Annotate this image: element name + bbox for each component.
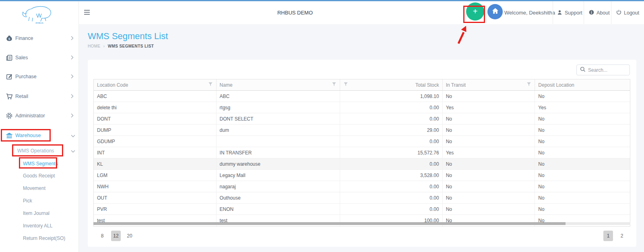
page-number-selected[interactable]: 1 bbox=[603, 231, 613, 241]
table-row[interactable]: LGMLegacy Mall3,528.00NoNo bbox=[94, 170, 630, 181]
table-cell: No bbox=[535, 204, 630, 215]
table-cell: DONT bbox=[94, 113, 217, 124]
sidebar-item-goods-receipt[interactable]: Goods Receipt bbox=[0, 170, 79, 181]
sidebar-item-wms-operations[interactable]: WMS Operations bbox=[0, 145, 79, 156]
table-cell: dum bbox=[217, 125, 341, 135]
about-link[interactable]: About bbox=[588, 1, 610, 24]
sidebar-item-label: Finance bbox=[15, 35, 33, 41]
table-cell: ENON bbox=[217, 204, 341, 215]
table-cell: IN TRANSFER bbox=[217, 147, 341, 158]
chevron-right-icon bbox=[71, 54, 74, 61]
table-cell: No bbox=[535, 91, 630, 102]
sidebar-item-label: Warehouse bbox=[15, 133, 41, 138]
col-header-deposit-location[interactable]: Deposit Location bbox=[535, 79, 630, 90]
table-cell: No bbox=[535, 136, 630, 147]
logout-link[interactable]: Logout bbox=[616, 1, 639, 24]
filter-icon[interactable] bbox=[332, 82, 336, 88]
table-row[interactable]: DONTDONT SELECT0.00NoNo bbox=[94, 113, 630, 125]
sidebar-item-sales[interactable]: Sales bbox=[0, 52, 79, 63]
table-cell: Legacy Mall bbox=[217, 170, 341, 181]
sidebar-item-pick[interactable]: Pick bbox=[0, 195, 79, 206]
sidebar-item-administrator[interactable]: Administrator bbox=[0, 110, 79, 121]
sidebar-item-wms-segments[interactable]: WMS Segments bbox=[0, 158, 79, 169]
page-size-option[interactable]: 8 bbox=[97, 231, 107, 241]
page-number[interactable]: 2 bbox=[617, 231, 627, 241]
page-title: WMS Segments List bbox=[88, 31, 168, 42]
navbar-divider bbox=[553, 1, 553, 24]
search-box[interactable] bbox=[576, 65, 630, 75]
chevron-right-icon bbox=[71, 73, 74, 80]
col-header-location-code[interactable]: Location Code bbox=[94, 79, 217, 90]
table-row[interactable]: INTIN TRANSFER15,572.76YesNo bbox=[94, 147, 630, 158]
app-title: RHBUS DEMO bbox=[271, 1, 319, 24]
search-icon bbox=[580, 67, 586, 74]
segments-table: Location Code Name Total Stock In Transi… bbox=[93, 79, 630, 227]
table-cell: No bbox=[443, 136, 535, 147]
sidebar-item-movement[interactable]: Movement bbox=[0, 183, 79, 194]
scrollbar-thumb[interactable] bbox=[93, 222, 566, 225]
table-row[interactable]: PVRENON0.00NoNo bbox=[94, 204, 630, 215]
table-row[interactable]: NWHnagaraj0.00NoNo bbox=[94, 181, 630, 192]
sidebar-item-label: WMS Operations bbox=[17, 148, 54, 154]
table-row[interactable]: ABCABC1,098.10NoNo bbox=[94, 91, 630, 102]
navbar-divider bbox=[584, 1, 584, 24]
sidebar-item-label: Retail bbox=[15, 94, 28, 99]
table-row[interactable]: DUMPdum29.00NoNo bbox=[94, 125, 630, 136]
sidebar-item-finance[interactable]: $ Finance bbox=[0, 33, 79, 44]
table-row[interactable]: GDUMP0.00NoNo bbox=[94, 136, 630, 147]
table-cell: GDUMP bbox=[94, 136, 217, 147]
breadcrumb-home[interactable]: HOME bbox=[88, 44, 101, 48]
table-cell: No bbox=[535, 181, 630, 192]
page-size-option-selected[interactable]: 12 bbox=[111, 231, 121, 241]
table-cell: No bbox=[443, 192, 535, 203]
sidebar-item-label: Sales bbox=[15, 55, 28, 60]
table-cell: 0.00 bbox=[340, 158, 443, 169]
chevron-right-icon bbox=[71, 93, 74, 100]
sidebar-item-purchase[interactable]: Purchase bbox=[0, 71, 79, 82]
table-header: Location Code Name Total Stock In Transi… bbox=[94, 79, 630, 91]
table-row[interactable]: KLdummy warehouse0.00NoNo bbox=[94, 158, 630, 170]
search-input[interactable] bbox=[588, 67, 624, 73]
support-label: Support bbox=[565, 10, 582, 16]
filter-icon[interactable] bbox=[526, 82, 531, 88]
home-button[interactable] bbox=[487, 4, 503, 19]
page-size-option[interactable]: 20 bbox=[125, 231, 134, 241]
document-icon bbox=[6, 54, 13, 61]
chevron-down-icon bbox=[71, 147, 75, 154]
table-cell: No bbox=[535, 192, 630, 203]
table-cell: No bbox=[535, 158, 630, 169]
col-header-total-stock[interactable]: Total Stock bbox=[340, 79, 443, 90]
table-cell: 0.00 bbox=[340, 192, 443, 203]
col-header-in-transit[interactable]: In Transit bbox=[443, 79, 535, 90]
table-cell: Outhouse bbox=[217, 192, 341, 203]
col-label: Location Code bbox=[97, 82, 128, 88]
navbar-divider bbox=[611, 1, 611, 24]
add-button[interactable]: + bbox=[466, 2, 484, 21]
sidebar-item-inventory-all[interactable]: Inventory ALL bbox=[0, 220, 79, 231]
hamburger-icon[interactable] bbox=[84, 9, 90, 17]
table-cell: No bbox=[535, 113, 630, 124]
chevron-right-icon bbox=[71, 112, 74, 119]
support-link[interactable]: Support bbox=[557, 1, 582, 24]
cart-icon bbox=[6, 93, 13, 100]
col-label: Total Stock bbox=[415, 82, 439, 88]
table-cell: NWH bbox=[94, 181, 217, 192]
table-cell: No bbox=[443, 204, 535, 215]
page-navigation: 1 2 bbox=[603, 231, 627, 241]
filter-icon[interactable] bbox=[343, 82, 348, 88]
sidebar-item-item-journal[interactable]: Item Journal bbox=[0, 208, 79, 219]
table-cell: 0.00 bbox=[340, 181, 443, 192]
table-cell: KL bbox=[94, 158, 217, 169]
sidebar-item-retail[interactable]: Retail bbox=[0, 91, 79, 102]
table-row[interactable]: OUTOuthouse0.00NoNo bbox=[94, 192, 630, 204]
sidebar-item-label: Pick bbox=[23, 198, 32, 204]
home-icon bbox=[492, 8, 499, 16]
sidebar-item-warehouse[interactable]: Warehouse bbox=[0, 130, 79, 141]
col-header-name[interactable]: Name bbox=[217, 79, 341, 90]
horizontal-scrollbar[interactable] bbox=[93, 222, 630, 225]
table-cell: 15,572.76 bbox=[340, 147, 443, 158]
table-row[interactable]: delete thirtgsg0.00YesYes bbox=[94, 102, 630, 113]
sidebar-item-return-receipt-so[interactable]: Return Receipt(SO) bbox=[0, 233, 79, 244]
list-card: Location Code Name Total Stock In Transi… bbox=[88, 60, 636, 247]
filter-icon[interactable] bbox=[208, 82, 213, 88]
